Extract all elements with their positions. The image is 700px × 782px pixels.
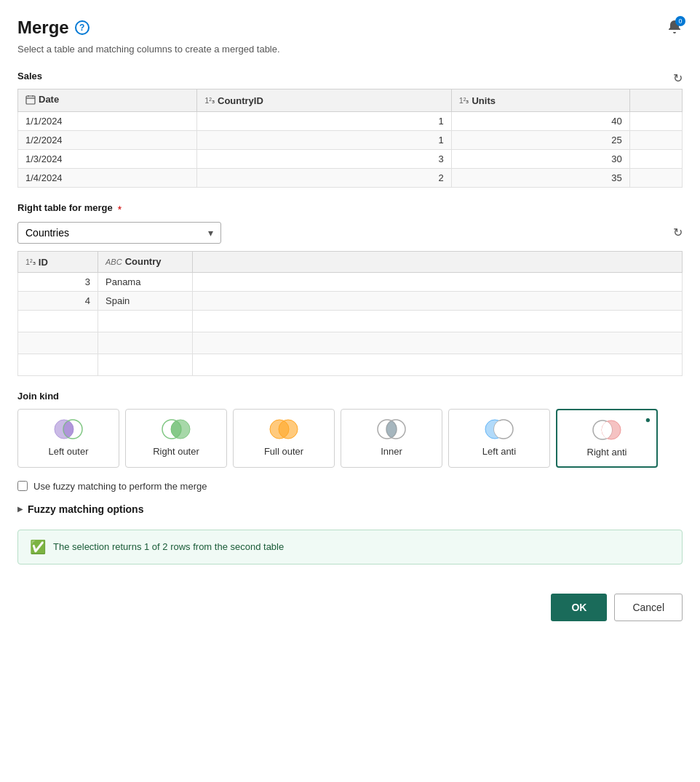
- sales-table: Date 1²₃ CountryID 1²₃ Units 1/1/2024 1: [17, 89, 683, 188]
- fuzzy-section-label: Fuzzy matching options: [28, 503, 143, 515]
- right-table-refresh-button[interactable]: ↻: [673, 226, 683, 239]
- page-subtitle: Select a table and matching columns to c…: [17, 44, 683, 55]
- check-circle-icon: ✅: [30, 539, 46, 555]
- join-left-anti-label: Left anti: [482, 446, 516, 457]
- notification-badge: 0: [675, 16, 685, 26]
- table-row: 4 Spain: [18, 291, 683, 310]
- right-table-dropdown[interactable]: Countries ▾: [17, 222, 221, 244]
- join-inner-label: Inner: [381, 446, 402, 457]
- svg-rect-0: [26, 96, 35, 104]
- required-indicator: *: [118, 204, 122, 215]
- table-row: 1/4/2024 2 35: [18, 168, 683, 187]
- join-right-anti-label: Right anti: [587, 447, 627, 458]
- notification-icon[interactable]: 0: [667, 19, 683, 37]
- svg-point-13: [279, 420, 298, 439]
- join-options-container: Left outer Right outer Full outer Inner: [17, 409, 683, 468]
- right-table-select[interactable]: Countries: [25, 227, 213, 239]
- full-outer-venn-icon: [268, 418, 300, 440]
- fuzzy-matching-checkbox[interactable]: [17, 481, 28, 491]
- join-right-outer-label: Right outer: [153, 446, 199, 457]
- right-anti-venn-icon: [591, 419, 623, 441]
- fuzzy-options-section[interactable]: ▶ Fuzzy matching options: [17, 503, 683, 515]
- calendar-icon: [25, 95, 36, 105]
- fuzzy-matching-row: Use fuzzy matching to perform the merge: [17, 481, 683, 492]
- join-option-right-anti[interactable]: Right anti ●: [556, 409, 658, 468]
- left-outer-venn-icon: [52, 418, 84, 440]
- right-outer-venn-icon: [160, 418, 192, 440]
- sales-col-date[interactable]: Date: [18, 89, 197, 112]
- ok-button[interactable]: OK: [551, 594, 607, 621]
- footer-buttons: OK Cancel: [17, 586, 683, 621]
- help-icon[interactable]: ?: [75, 20, 90, 35]
- right-col-id[interactable]: 1²₃ ID: [18, 251, 98, 272]
- left-anti-venn-icon: [483, 418, 515, 440]
- fuzzy-chevron-icon: ▶: [17, 505, 23, 513]
- join-option-full-outer[interactable]: Full outer: [233, 409, 335, 468]
- right-col-empty: [193, 251, 683, 272]
- sales-col-units[interactable]: 1²₃ Units: [451, 89, 629, 112]
- table-row: 1/1/2024 1 40: [18, 111, 683, 130]
- join-kind-label: Join kind: [17, 391, 683, 402]
- page-title: Merge: [17, 17, 69, 38]
- join-option-left-anti[interactable]: Left anti: [448, 409, 550, 468]
- table-row: 1/3/2024 3 30: [18, 149, 683, 168]
- join-option-right-outer[interactable]: Right outer: [125, 409, 227, 468]
- status-banner: ✅ The selection returns 1 of 2 rows from…: [17, 530, 683, 564]
- table-row-empty1: [18, 310, 683, 332]
- sales-col-countryid[interactable]: 1²₃ CountryID: [197, 89, 451, 112]
- join-full-outer-label: Full outer: [264, 446, 303, 457]
- inner-venn-icon: [375, 418, 407, 440]
- table-row: 3 Panama: [18, 272, 683, 291]
- sales-refresh-button[interactable]: ↻: [673, 71, 683, 85]
- cancel-button[interactable]: Cancel: [614, 594, 683, 621]
- fuzzy-matching-label: Use fuzzy matching to perform the merge: [33, 481, 207, 492]
- right-table: 1²₃ ID ABC Country 3 Panama 4 Spain: [17, 251, 683, 376]
- right-table-label: Right table for merge: [17, 202, 113, 213]
- table-row: 1/2/2024 1 25: [18, 130, 683, 149]
- table-row-empty2: [18, 332, 683, 354]
- sales-table-label: Sales: [17, 71, 42, 81]
- join-option-left-outer[interactable]: Left outer: [17, 409, 119, 468]
- table-row-empty3: [18, 354, 683, 375]
- status-message: The selection returns 1 of 2 rows from t…: [53, 541, 284, 552]
- join-left-outer-label: Left outer: [49, 446, 89, 457]
- right-col-country[interactable]: ABC Country: [98, 251, 193, 272]
- sales-col-empty: [629, 89, 682, 112]
- selected-indicator: ●: [645, 415, 651, 425]
- join-option-inner[interactable]: Inner: [341, 409, 442, 468]
